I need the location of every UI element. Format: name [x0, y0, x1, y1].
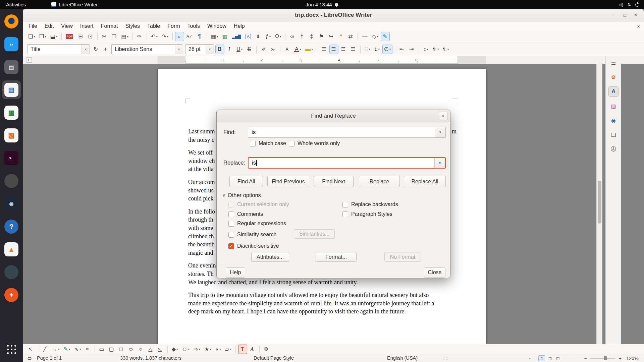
word-count-status[interactable]: 330 words, 1,837 characters — [120, 354, 181, 362]
properties-icon[interactable]: ⚙ — [608, 72, 619, 82]
rectangle-icon[interactable]: ▭ — [97, 345, 106, 354]
insert-text-box-icon[interactable]: T — [238, 345, 247, 354]
find-value[interactable]: is — [248, 127, 435, 137]
menu-item[interactable]: View — [57, 21, 76, 31]
numbered-list-icon[interactable]: 1. ▾ — [373, 45, 382, 54]
replace-button[interactable]: Replace — [359, 176, 400, 187]
no-format-button[interactable]: No Format — [384, 252, 421, 262]
styles-icon[interactable]: A — [608, 86, 619, 97]
title-bar[interactable]: trip.docx - LibreOffice Writer − □ × — [23, 9, 644, 21]
hyperlink-icon[interactable]: ∞ — [288, 32, 297, 41]
replace-all-button[interactable]: Replace All — [404, 176, 446, 187]
bold-icon[interactable]: B — [215, 45, 224, 54]
maximize-button[interactable]: □ — [621, 11, 629, 19]
libreoffice-writer-icon[interactable]: ▤ — [2, 80, 21, 99]
insert-field-icon[interactable]: ƒ ▾ — [264, 32, 273, 41]
space-below-paragraph-icon[interactable]: ¶↓ ▾ — [441, 45, 450, 54]
italic-icon[interactable]: I — [225, 45, 234, 54]
spelling-icon[interactable]: A✓ — [185, 32, 195, 41]
align-right-icon[interactable]: ☰ — [339, 45, 348, 54]
zoom-level[interactable]: 120% — [625, 356, 639, 361]
space-above-paragraph-icon[interactable]: ¶↑ ▾ — [431, 45, 440, 54]
sidebar-menu-icon[interactable]: ☰ — [608, 58, 619, 68]
firefox-icon[interactable] — [2, 12, 21, 31]
ubuntu-software-icon[interactable]: ✦ — [2, 286, 21, 304]
save-icon[interactable]: ⬓ ▾ — [49, 32, 59, 41]
page-number-status[interactable]: Page 1 of 1 — [37, 354, 62, 362]
cross-reference-icon[interactable]: ↪ — [327, 32, 336, 41]
new-style-icon[interactable]: + — [101, 45, 110, 54]
new-document-icon[interactable]: ❏ ▾ — [26, 32, 37, 41]
vlc-icon[interactable]: ▲ — [2, 240, 21, 259]
multi-page-view-button[interactable]: ▯▯ — [546, 355, 553, 361]
steam-icon[interactable]: ◉ — [2, 194, 21, 213]
isosceles-triangle-icon[interactable]: △ — [146, 345, 155, 354]
files-app-icon[interactable]: ▤ — [2, 58, 21, 76]
format-button[interactable]: Format... — [316, 252, 357, 262]
curve-icon[interactable]: ∿ ▾ — [72, 345, 83, 354]
show-applications-button[interactable] — [2, 340, 21, 359]
close-document-icon[interactable]: × — [637, 23, 640, 29]
tab-stop-selector[interactable]: L — [26, 57, 32, 63]
show-draw-functions-icon[interactable]: ✎ — [381, 32, 390, 41]
horizontal-line-icon[interactable]: — — [360, 32, 370, 41]
copy-icon[interactable]: ❐ — [110, 32, 119, 41]
insert-chart-icon[interactable]: ▂▅▇ — [230, 32, 243, 41]
edit-points-icon[interactable]: ✥ — [262, 345, 271, 354]
line-ends-arrow-icon[interactable]: → ▾ — [50, 345, 61, 354]
gallery-icon[interactable]: ▨ — [608, 101, 619, 111]
align-center-icon[interactable]: ☰ — [329, 45, 338, 54]
insert-footnote-icon[interactable]: † — [298, 32, 307, 41]
align-justify-icon[interactable]: ☰ — [349, 45, 358, 54]
open-file-icon[interactable]: ❒ ▾ — [38, 32, 48, 41]
block-arrows-icon[interactable]: ⇨ ▾ — [192, 345, 202, 354]
other-options-expander[interactable]: ∨ Other options — [222, 192, 261, 198]
menu-item[interactable]: Tools — [184, 21, 204, 31]
clone-formatting-icon[interactable]: ✑ — [135, 32, 144, 41]
vscode-icon[interactable]: ‹› — [2, 35, 21, 54]
special-character-icon[interactable]: Ω ▾ — [273, 32, 283, 41]
attributes-button[interactable]: Attributes... — [251, 252, 289, 262]
font-name-combo[interactable]: Liberation Sans ▾ — [111, 44, 183, 54]
language-status[interactable]: English (USA) — [387, 354, 418, 362]
clock-button[interactable]: Jun 4 13:44 — [306, 2, 338, 7]
highlighting-color-icon[interactable]: ▬ ▾ — [304, 45, 315, 54]
menu-item[interactable]: Styles — [121, 21, 144, 31]
statusbar-document-icon[interactable]: ▤ — [28, 354, 32, 362]
undo-icon[interactable]: ↶ ▾ — [149, 32, 159, 41]
system-status-area[interactable]: ◁) ⇅ — [619, 2, 644, 7]
insert-bookmark-icon[interactable]: ⚑ — [317, 32, 326, 41]
menu-item[interactable]: Window — [204, 21, 230, 31]
bullet-list-icon[interactable]: ∷ ▾ — [363, 45, 372, 54]
book-view-button[interactable]: ◫ — [554, 355, 561, 361]
navigator-icon[interactable]: ◉ — [608, 115, 619, 125]
scrollbar-thumb[interactable] — [598, 181, 601, 224]
find-all-button[interactable]: Find All — [229, 176, 263, 187]
underline-icon[interactable]: U ▾ — [235, 45, 244, 54]
font-color-icon[interactable]: A ▾ — [292, 45, 303, 54]
ruler-right-margin[interactable] — [457, 56, 486, 64]
basic-shapes-icon[interactable]: ◆ ▾ — [170, 345, 180, 354]
whole-words-checkbox[interactable]: Whole words only — [289, 140, 340, 147]
zoom-slider[interactable] — [590, 358, 615, 359]
ellipse-icon[interactable]: ○ — [127, 345, 136, 354]
right-triangle-icon[interactable]: ◺ — [156, 345, 165, 354]
menu-item[interactable]: File — [25, 21, 41, 31]
callout-shapes-icon[interactable]: ◗ ▾ — [214, 345, 223, 354]
redo-icon[interactable]: ↷ ▾ — [160, 32, 170, 41]
zoom-in-button[interactable]: + — [619, 355, 622, 361]
find-previous-button[interactable]: Find Previous — [267, 176, 309, 187]
close-dialog-button[interactable]: Close — [424, 267, 445, 278]
print-preview-icon[interactable]: ⊡ — [86, 32, 95, 41]
align-left-icon[interactable]: ☰ — [320, 45, 329, 54]
font-size-combo[interactable]: 28 pt ▾ — [185, 44, 214, 54]
focused-app-menu[interactable]: LibreOffice Writer — [51, 2, 98, 7]
minimize-button[interactable]: − — [609, 11, 618, 19]
ruler-left-margin[interactable] — [158, 56, 185, 64]
paragraph-styles-checkbox[interactable]: Paragraph Styles — [342, 211, 392, 218]
find-replace-icon[interactable]: ⌕ — [175, 32, 184, 41]
page-style-status[interactable]: Default Page Style — [254, 354, 294, 362]
zoom-out-button[interactable]: − — [584, 355, 587, 361]
activities-button[interactable]: Activities — [0, 2, 32, 7]
line-spacing-icon[interactable]: ↕ ▾ — [421, 45, 430, 54]
